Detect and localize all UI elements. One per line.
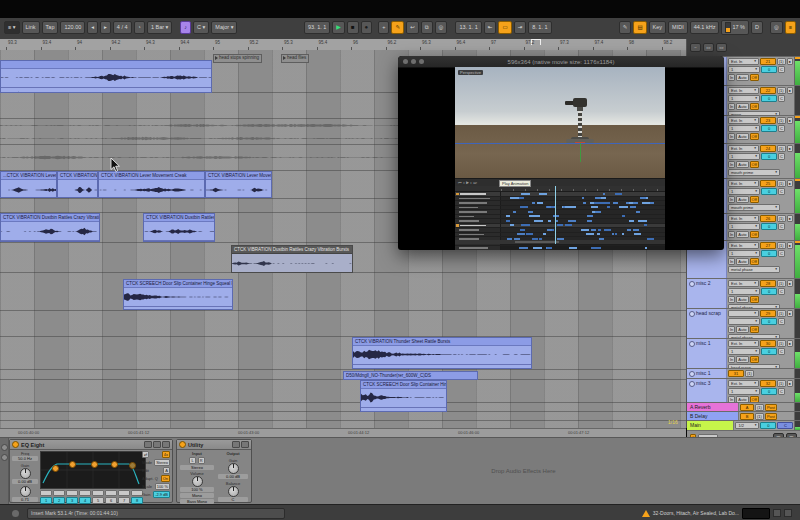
keyframe[interactable] <box>640 197 646 199</box>
automation-arm-button[interactable]: ✎ <box>391 21 404 34</box>
input-routing-select[interactable]: Ext. In <box>728 242 759 249</box>
input-routing-select[interactable]: Ext. In <box>728 380 759 387</box>
track-header[interactable]: misc 1Ext. In30(1)●10CInAutoOffhead scra… <box>687 339 800 369</box>
keyframe[interactable] <box>629 202 632 204</box>
band-type-select[interactable] <box>118 490 130 496</box>
pan-field[interactable]: C <box>778 66 785 73</box>
volume-field[interactable]: 0 <box>761 66 777 73</box>
minimize-icon[interactable] <box>411 59 416 64</box>
return-track-name[interactable]: B Delay <box>687 412 739 420</box>
device-header-icons[interactable] <box>144 441 170 448</box>
keyframe[interactable] <box>557 224 563 226</box>
input-channel-select[interactable]: 1 <box>728 250 760 257</box>
main-output-select[interactable]: 1/2 <box>735 422 759 429</box>
keyframe[interactable] <box>612 233 614 235</box>
width-knob[interactable] <box>192 476 203 487</box>
midi-map-button[interactable]: MIDI <box>668 21 688 34</box>
monitor-off-button[interactable]: Off <box>750 161 759 168</box>
volume-field[interactable]: 0 <box>761 153 777 160</box>
pan-field[interactable]: C <box>778 95 785 102</box>
keyframe[interactable] <box>506 215 509 217</box>
input-channel-select[interactable] <box>728 318 760 325</box>
track-fold-icon[interactable] <box>689 341 695 347</box>
monitor-off-button[interactable]: Off <box>750 74 759 81</box>
eq-frequency-display[interactable] <box>40 451 146 489</box>
output-chip[interactable]: (1) <box>777 242 786 249</box>
pan-field[interactable]: C <box>778 388 785 395</box>
output-chip[interactable]: (1) <box>777 280 786 287</box>
eq-band-6[interactable]: 6 <box>105 490 117 504</box>
keyframe[interactable] <box>513 211 516 213</box>
keyframe[interactable] <box>534 220 543 222</box>
optimize-width-icon[interactable]: − <box>690 43 701 52</box>
output-chip[interactable]: (1) <box>777 87 786 94</box>
keyframe[interactable] <box>642 202 649 204</box>
keyframe[interactable] <box>528 211 533 213</box>
band-enable-toggle[interactable]: 2 <box>53 497 65 504</box>
nudge-up-button[interactable]: ▸ <box>100 21 111 34</box>
output-chip[interactable]: (1) <box>777 145 786 152</box>
gain-knob[interactable] <box>20 468 31 479</box>
eq-node-2[interactable] <box>69 461 76 468</box>
output-chip[interactable]: (1) <box>777 117 786 124</box>
monitor-auto-button[interactable]: Auto <box>736 326 748 333</box>
keyframe[interactable] <box>565 224 572 226</box>
pan-field[interactable]: C <box>778 318 785 325</box>
phase-left-toggle[interactable]: L <box>189 457 195 464</box>
band-type-select[interactable] <box>79 490 91 496</box>
volume-field[interactable]: 0 <box>761 95 777 102</box>
pan-field[interactable]: C <box>778 188 785 195</box>
arm-button[interactable]: ● <box>787 280 793 287</box>
computer-midi-keyboard-icon[interactable]: ▤ <box>633 21 646 34</box>
input-routing-select[interactable] <box>728 310 759 317</box>
monitor-off-button[interactable]: Off <box>750 103 759 110</box>
input-channel-select[interactable]: 1 <box>728 153 760 160</box>
monitor-auto-button[interactable]: Auto <box>736 103 748 110</box>
track-name[interactable]: head scrap <box>687 309 727 338</box>
balance-value[interactable]: C <box>218 497 248 502</box>
output-chip[interactable]: (1) <box>777 380 786 387</box>
arm-button[interactable]: ● <box>787 117 793 124</box>
keyframe[interactable] <box>543 233 546 235</box>
balance-knob[interactable] <box>228 486 239 497</box>
keyframe[interactable] <box>520 206 528 208</box>
input-routing-select[interactable]: Ext. In <box>728 87 759 94</box>
monitor-in-button[interactable]: In <box>728 74 735 81</box>
pan-field[interactable]: C <box>778 288 785 295</box>
return-track-header[interactable]: B DelayB(1)Post <box>687 412 800 421</box>
arm-button[interactable]: ● <box>787 145 793 152</box>
track-fold-icon[interactable] <box>689 311 695 317</box>
keyframe[interactable] <box>638 220 647 222</box>
keyframe[interactable] <box>512 197 519 199</box>
band-enable-toggle[interactable]: 3 <box>66 497 78 504</box>
keyframe[interactable] <box>521 224 530 226</box>
main-track-name[interactable]: Main <box>687 421 734 430</box>
track-header[interactable]: misc 2Ext. In28(1)●10CInAutoOffmetal pha… <box>687 279 800 309</box>
output-chip[interactable]: (1) <box>777 215 786 222</box>
keyframe[interactable] <box>598 229 602 231</box>
device-header-icons[interactable] <box>232 441 249 448</box>
input-channel-select[interactable]: 1 <box>728 348 760 355</box>
keyframe[interactable] <box>603 193 605 195</box>
input-channel-select[interactable]: 1 <box>728 223 760 230</box>
monitor-auto-button[interactable]: Auto <box>736 356 748 363</box>
input-channel-select[interactable]: 1 <box>728 388 760 395</box>
band-type-select[interactable] <box>92 490 104 496</box>
re-enable-automation-button[interactable]: ↩ <box>406 21 419 34</box>
key-map-button[interactable]: Key <box>649 21 666 34</box>
device-activator-icon[interactable] <box>179 441 186 448</box>
eq-band-1[interactable]: 1 <box>40 490 52 504</box>
eq-scale-value[interactable]: 100 % <box>155 483 170 490</box>
keyframe[interactable] <box>563 206 565 208</box>
time-signature-field[interactable]: 4 / 4 <box>113 21 132 34</box>
output-routing-select[interactable]: metal phase <box>728 304 780 308</box>
band-type-select[interactable] <box>53 490 65 496</box>
monitor-auto-button[interactable]: Auto <box>736 296 748 303</box>
output-routing-select[interactable]: mouth prime <box>728 169 780 176</box>
return-track-name[interactable]: A Reverb <box>687 403 739 411</box>
pan-field[interactable]: C <box>778 348 785 355</box>
track-header[interactable]: head scrap29(1)●0CInAutoOffmetal phase <box>687 309 800 339</box>
scrollbar-thumb[interactable] <box>515 241 559 243</box>
scale-icon[interactable]: ♪ <box>180 21 191 34</box>
audio-clip[interactable]: CTCK VIBRATION Dustbin Rattles Crazy Vib… <box>231 245 353 273</box>
